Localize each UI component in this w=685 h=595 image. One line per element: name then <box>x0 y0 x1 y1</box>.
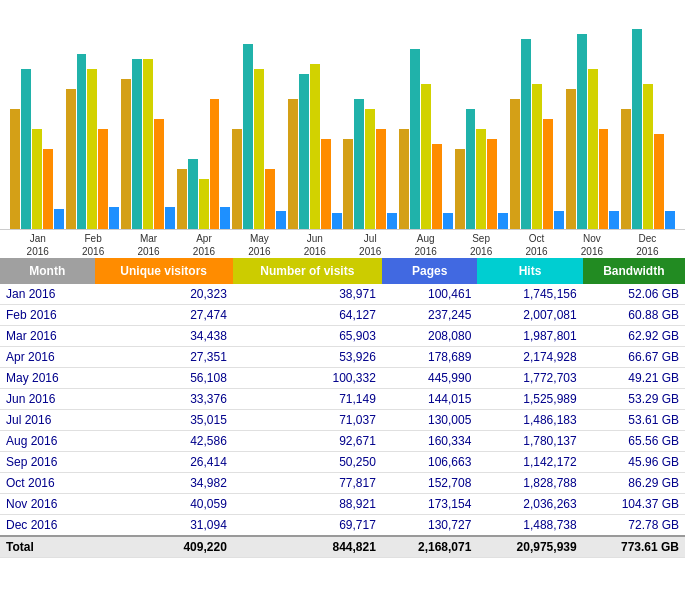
bar-0 <box>343 139 353 229</box>
month-group <box>343 99 397 229</box>
cell-bandwidth: 53.61 GB <box>583 410 685 431</box>
cell-pages: 237,245 <box>382 305 478 326</box>
bar-2 <box>365 109 375 229</box>
bar-1 <box>77 54 87 229</box>
cell-pages: 445,990 <box>382 368 478 389</box>
bar-0 <box>121 79 131 229</box>
cell-pages: 100,461 <box>382 284 478 305</box>
cell-month: Nov 2016 <box>0 494 95 515</box>
cell-hits: 1,488,738 <box>477 515 582 537</box>
cell-bandwidth: 53.29 GB <box>583 389 685 410</box>
table-row: Jun 201633,37671,149144,0151,525,98953.2… <box>0 389 685 410</box>
cell-bandwidth: 52.06 GB <box>583 284 685 305</box>
bar-4 <box>332 213 342 229</box>
cell-pages: 144,015 <box>382 389 478 410</box>
bar-0 <box>510 99 520 229</box>
cell-visits: 65,903 <box>233 326 382 347</box>
cell-visits: 53,926 <box>233 347 382 368</box>
bar-2 <box>199 179 209 229</box>
cell-unique: 31,094 <box>95 515 233 537</box>
bar-4 <box>276 211 286 229</box>
bar-4 <box>387 213 397 229</box>
cell-bandwidth: 49.21 GB <box>583 368 685 389</box>
bar-1 <box>243 44 253 229</box>
cell-unique: 34,982 <box>95 473 233 494</box>
cell-visits: 71,037 <box>233 410 382 431</box>
cell-hits: 1,486,183 <box>477 410 582 431</box>
cell-unique: 26,414 <box>95 452 233 473</box>
cell-month: Jan 2016 <box>0 284 95 305</box>
bar-2 <box>254 69 264 229</box>
bar-4 <box>220 207 230 229</box>
table-row: Feb 201627,47464,127237,2452,007,08160.8… <box>0 305 685 326</box>
bar-1 <box>188 159 198 229</box>
cell-unique: 42,586 <box>95 431 233 452</box>
cell-unique: 40,059 <box>95 494 233 515</box>
cell-pages: 173,154 <box>382 494 478 515</box>
bar-1 <box>354 99 364 229</box>
cell-month: Aug 2016 <box>0 431 95 452</box>
cell-month: Sep 2016 <box>0 452 95 473</box>
x-label-3: Apr2016 <box>176 230 231 258</box>
bar-1 <box>632 29 642 229</box>
month-group <box>121 59 175 229</box>
bar-2 <box>476 129 486 229</box>
cell-bandwidth: 72.78 GB <box>583 515 685 537</box>
cell-unique: 33,376 <box>95 389 233 410</box>
cell-visits: 38,971 <box>233 284 382 305</box>
month-group <box>510 39 564 229</box>
table-row: Jul 201635,01571,037130,0051,486,18353.6… <box>0 410 685 431</box>
bar-3 <box>543 119 553 229</box>
cell-hits: 1,828,788 <box>477 473 582 494</box>
x-label-6: Jul2016 <box>343 230 398 258</box>
total-visits: 844,821 <box>233 536 382 558</box>
bar-2 <box>310 64 320 229</box>
month-group <box>566 34 620 229</box>
total-pages: 2,168,071 <box>382 536 478 558</box>
cell-bandwidth: 104.37 GB <box>583 494 685 515</box>
cell-pages: 160,334 <box>382 431 478 452</box>
cell-bandwidth: 60.88 GB <box>583 305 685 326</box>
x-label-7: Aug2016 <box>398 230 453 258</box>
bar-4 <box>443 213 453 229</box>
table-row: Nov 201640,05988,921173,1542,036,263104.… <box>0 494 685 515</box>
bar-0 <box>621 109 631 229</box>
x-label-1: Feb2016 <box>65 230 120 258</box>
month-group <box>288 64 342 229</box>
cell-pages: 152,708 <box>382 473 478 494</box>
cell-bandwidth: 66.67 GB <box>583 347 685 368</box>
bar-3 <box>43 149 53 229</box>
month-group <box>399 49 453 229</box>
bar-0 <box>66 89 76 229</box>
total-unique: 409,220 <box>95 536 233 558</box>
bar-4 <box>498 213 508 229</box>
cell-hits: 2,007,081 <box>477 305 582 326</box>
header-bandwidth: Bandwidth <box>583 258 685 284</box>
bar-2 <box>32 129 42 229</box>
bar-1 <box>577 34 587 229</box>
bar-2 <box>87 69 97 229</box>
x-label-5: Jun2016 <box>287 230 342 258</box>
bar-3 <box>154 119 164 229</box>
x-label-0: Jan2016 <box>10 230 65 258</box>
table-row: Dec 201631,09469,717130,7271,488,73872.7… <box>0 515 685 537</box>
month-group <box>621 29 675 229</box>
cell-hits: 1,987,801 <box>477 326 582 347</box>
cell-unique: 34,438 <box>95 326 233 347</box>
cell-pages: 130,005 <box>382 410 478 431</box>
bar-3 <box>210 99 220 229</box>
bar-2 <box>421 84 431 229</box>
bar-1 <box>132 59 142 229</box>
bar-0 <box>177 169 187 229</box>
cell-pages: 106,663 <box>382 452 478 473</box>
bar-3 <box>265 169 275 229</box>
x-label-11: Dec2016 <box>620 230 675 258</box>
bar-4 <box>54 209 64 229</box>
cell-unique: 35,015 <box>95 410 233 431</box>
bar-4 <box>109 207 119 229</box>
header-month: Month <box>0 258 95 284</box>
cell-hits: 2,036,263 <box>477 494 582 515</box>
bar-1 <box>521 39 531 229</box>
bar-3 <box>376 129 386 229</box>
cell-visits: 77,817 <box>233 473 382 494</box>
